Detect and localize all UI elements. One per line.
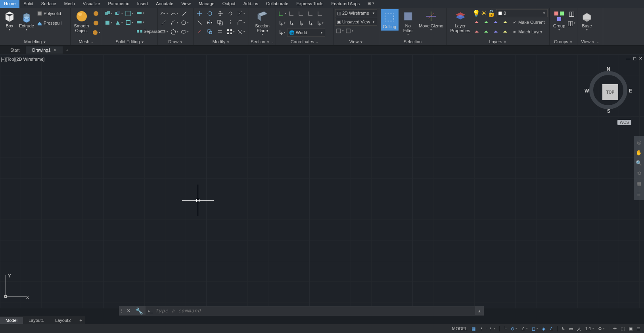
status-custom-icon[interactable]: ☰	[635, 324, 642, 333]
cmdline-grip-icon[interactable]: ⋮	[119, 308, 125, 314]
ucs-origin-icon[interactable]	[316, 9, 324, 18]
showmotion-icon[interactable]: ▦	[635, 179, 643, 187]
ucs-prev-icon[interactable]	[297, 9, 305, 18]
mesh-less-icon[interactable]	[92, 19, 100, 27]
layer-frz-icon[interactable]	[491, 18, 500, 27]
status-ortho-icon[interactable]: └	[502, 324, 508, 333]
tab-drawing1[interactable]: Drawing1 ×	[26, 46, 63, 54]
nav-more-icon[interactable]: ≡	[635, 190, 643, 198]
mesh-more-icon[interactable]	[92, 9, 100, 18]
vp-maximize-icon[interactable]: ◻	[633, 56, 636, 61]
smooth-object-button[interactable]: Smooth Object	[72, 9, 91, 34]
orbit-icon[interactable]: ⟲	[635, 169, 643, 177]
layout-tab-layout2[interactable]: Layout2	[50, 317, 76, 324]
panel-layers-title[interactable]: Layers▼	[447, 38, 549, 45]
status-dynucs-icon[interactable]: ↳	[560, 324, 566, 333]
view-cube[interactable]: TOP N S E W	[585, 66, 632, 114]
shell-icon[interactable]	[125, 18, 133, 27]
panel-modeling-title[interactable]: Modeling▼	[0, 38, 70, 45]
tab-featured[interactable]: Featured Apps	[328, 0, 364, 8]
scale3d-icon[interactable]	[205, 27, 214, 36]
view1-icon[interactable]	[335, 27, 344, 35]
panel-section-title[interactable]: Section▼⌄	[249, 38, 276, 45]
tab-insert[interactable]: Insert	[133, 0, 152, 8]
fillet-icon[interactable]	[236, 18, 245, 27]
ucs-world-icon[interactable]	[287, 9, 296, 18]
arc-icon[interactable]	[170, 18, 178, 27]
ucs-world-select[interactable]: 🌐 World▼	[287, 29, 325, 37]
tab-home[interactable]: Home	[0, 0, 19, 8]
tab-view[interactable]: View	[177, 0, 195, 8]
erase-icon[interactable]	[195, 27, 204, 36]
layer-unlock-icon[interactable]	[501, 27, 510, 36]
tab-start[interactable]: Start	[4, 46, 26, 54]
status-snapgrid-icon[interactable]: ⋮⋮⋮	[478, 324, 496, 333]
tab-mesh[interactable]: Mesh	[60, 0, 79, 8]
slice-icon[interactable]	[136, 9, 144, 17]
tab-collaborate[interactable]: Collaborate	[262, 0, 292, 8]
layer-select[interactable]: 0▼	[496, 9, 548, 17]
compass-s[interactable]: S	[607, 108, 610, 114]
move-gizmo-button[interactable]: Move Gizmo ▼	[418, 9, 445, 32]
layer-uniso-icon[interactable]	[482, 27, 491, 36]
make-current-button[interactable]: ✓ Make Current	[510, 18, 546, 27]
tab-surface[interactable]: Surface	[37, 0, 60, 8]
intersect-icon[interactable]	[125, 9, 133, 18]
ucs-named-icon[interactable]: ↳	[278, 28, 286, 37]
presspull-button[interactable]: Presspull	[36, 19, 62, 27]
tab-addins[interactable]: Add-ins	[240, 0, 262, 8]
vp-close-icon[interactable]: ✕	[639, 56, 642, 61]
saved-view-select[interactable]: ▣ Unsaved View▼	[335, 18, 377, 26]
ribbon-overflow[interactable]: ▣ ▾	[364, 0, 378, 8]
mirror-icon[interactable]	[226, 18, 235, 27]
thicken-icon[interactable]	[136, 18, 144, 27]
compass-n[interactable]: N	[607, 66, 610, 72]
box-button[interactable]: Box ▼	[2, 9, 17, 32]
ucs-z-icon[interactable]: ↳	[297, 19, 305, 27]
layer-off-icon[interactable]	[472, 18, 481, 27]
ungroup-icon[interactable]: ◫	[567, 9, 576, 18]
mesh-refine-icon[interactable]	[92, 28, 100, 37]
layer-iso-icon[interactable]	[482, 18, 491, 27]
ucs-view-icon[interactable]: ↳	[306, 19, 315, 27]
spline-icon[interactable]	[170, 9, 178, 18]
line2-icon[interactable]	[159, 18, 168, 27]
rotate-icon[interactable]	[226, 9, 235, 18]
layer-lock-icon[interactable]	[501, 18, 510, 27]
status-isodraft-icon[interactable]: ∠	[520, 324, 529, 333]
status-dyn-icon[interactable]: ▭	[568, 324, 574, 333]
status-scale[interactable]: 1:1	[584, 324, 595, 333]
group-edit-icon[interactable]: ◫	[567, 19, 576, 27]
polygon-icon[interactable]	[170, 27, 178, 36]
panel-solidedit-title[interactable]: Solid Editing▼	[102, 38, 157, 45]
status-clean-icon[interactable]: ▣	[627, 324, 634, 333]
tab-express[interactable]: Express Tools	[292, 0, 327, 8]
culling-button[interactable]: Culling	[381, 9, 399, 31]
panel-mesh-title[interactable]: Mesh⌄	[71, 38, 102, 45]
panel-coord-title[interactable]: Coordinates⌄	[276, 38, 333, 45]
panel-draw-title[interactable]: Draw▼	[158, 38, 193, 45]
layout-tab-layout1[interactable]: Layout1	[23, 317, 50, 324]
status-grid-icon[interactable]: ▦	[470, 324, 477, 333]
tab-annotate[interactable]: Annotate	[152, 0, 177, 8]
rotate3d-icon[interactable]	[205, 9, 214, 18]
tab-parametric[interactable]: Parametric	[104, 0, 133, 8]
tab-output[interactable]: Output	[218, 0, 240, 8]
tab-visualize[interactable]: Visualize	[79, 0, 104, 8]
ucs-x-icon[interactable]: ↳	[278, 19, 286, 27]
extrude-button[interactable]: Extrude ▼	[17, 9, 36, 32]
command-input[interactable]	[155, 308, 473, 314]
offset-icon[interactable]	[216, 27, 224, 36]
match-layer-button[interactable]: ≈ Match Layer	[510, 27, 543, 36]
mirror3d-icon[interactable]	[205, 18, 214, 27]
layout-tab-model[interactable]: Model	[0, 317, 23, 324]
status-model[interactable]: MODEL	[451, 324, 469, 333]
layer-on-icon[interactable]	[472, 27, 481, 36]
status-gear-icon[interactable]: ⚙	[597, 324, 606, 333]
cmdline-customize-icon[interactable]: 🔧	[133, 307, 146, 315]
viewport-controls[interactable]: [−][Top][2D Wireframe]	[1, 57, 44, 62]
panel-view-title[interactable]: View▼	[334, 38, 379, 45]
status-hw-icon[interactable]: ⬚	[619, 324, 626, 333]
ellipse-icon[interactable]	[180, 27, 189, 36]
viewcube-top-face[interactable]: TOP	[602, 84, 618, 100]
